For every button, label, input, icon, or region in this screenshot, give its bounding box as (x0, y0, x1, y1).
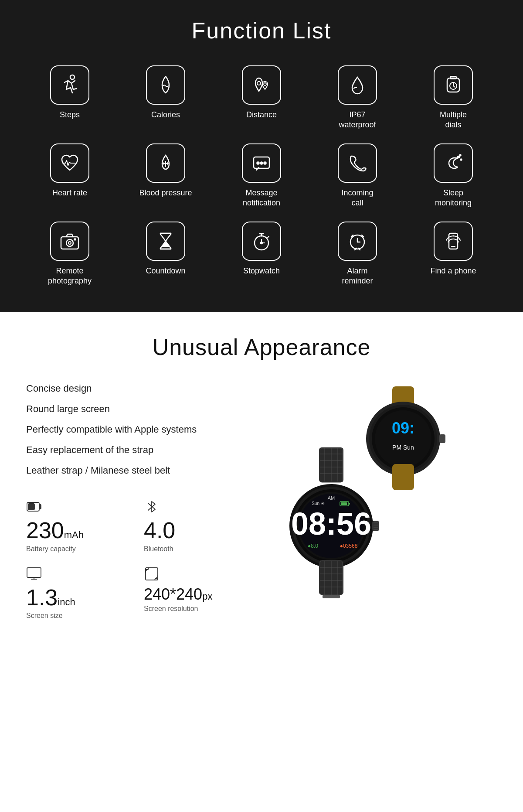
watch-images: 09: PM Sun (270, 378, 497, 639)
feature-item-3: Perfectly compatible with Apple systems (26, 423, 270, 437)
findphone-label: Find a phone (430, 266, 476, 276)
function-item-dials: Multipledials (410, 65, 497, 130)
svg-rect-95 (323, 595, 340, 598)
resolution-icon (144, 566, 160, 582)
heart-icon (58, 152, 81, 174)
countdown-icon-box (146, 222, 185, 261)
sleep-icon-box (434, 143, 473, 183)
camera-label: Remotephotography (48, 266, 92, 287)
waterproof-label: IP67waterproof (339, 110, 376, 130)
function-item-heart: Heart rate (26, 143, 113, 208)
alarm-label: Alarmreminder (342, 266, 373, 287)
feature-item-1: Concise design (26, 382, 270, 396)
svg-point-14 (261, 162, 263, 164)
svg-line-31 (268, 236, 269, 238)
feature-item-5: Leather strap / Milanese steel belt (26, 464, 270, 478)
stopwatch-icon (250, 230, 273, 252)
svg-point-1 (257, 82, 261, 85)
specs-grid: 230mAh Battery capacity 4.0 Bluetooth (26, 499, 235, 619)
svg-text:PM Sun: PM Sun (392, 444, 414, 451)
distance-icon (250, 74, 273, 96)
svg-point-13 (257, 162, 259, 164)
function-item-steps: Steps (26, 65, 113, 130)
function-item-alarm: Alarmreminder (314, 222, 401, 287)
function-item-stopwatch: Stopwatch (218, 222, 305, 287)
appearance-content: Concise design Round large screen Perfec… (26, 378, 497, 639)
calories-icon-box (146, 65, 185, 105)
camera-icon-box (50, 222, 89, 261)
appearance-text-column: Concise design Round large screen Perfec… (26, 378, 270, 619)
svg-rect-45 (27, 568, 41, 577)
heart-icon-box (50, 143, 89, 183)
svg-rect-76 (349, 503, 350, 505)
message-icon (250, 152, 273, 174)
camera-icon (58, 230, 81, 252)
message-icon-box (242, 143, 281, 183)
resolution-value: 240*240px (144, 585, 235, 604)
svg-point-0 (70, 75, 75, 79)
function-item-findphone: Find a phone (410, 222, 497, 287)
dials-icon-box (434, 65, 473, 105)
appearance-title: Unusual Appearance (26, 334, 497, 360)
function-section: Function List Steps Calories (0, 0, 523, 312)
svg-rect-58 (392, 464, 414, 490)
svg-point-16 (458, 156, 459, 158)
call-icon (346, 152, 369, 174)
countdown-icon (154, 230, 177, 252)
svg-point-21 (68, 242, 71, 244)
function-item-distance: Distance (218, 65, 305, 130)
blood-icon (154, 152, 177, 174)
message-label: Messagenotification (243, 188, 280, 208)
battery-value: 230mAh (26, 518, 118, 543)
calories-icon (154, 74, 177, 96)
findphone-icon-box (434, 222, 473, 261)
function-item-message: Messagenotification (218, 143, 305, 208)
svg-text:●03568: ●03568 (340, 543, 358, 549)
function-item-waterproof: IP67waterproof (314, 65, 401, 130)
svg-text:Sun ☀: Sun ☀ (312, 501, 325, 506)
svg-rect-77 (341, 502, 347, 505)
distance-label: Distance (246, 110, 277, 120)
svg-text:08:56: 08:56 (291, 506, 371, 541)
waterproof-icon-box (338, 65, 377, 105)
steps-icon-box (50, 65, 89, 105)
alarm-icon-box (338, 222, 377, 261)
call-icon-box (338, 143, 377, 183)
monitor-icon (26, 566, 42, 582)
blood-label: Blood pressure (139, 188, 192, 198)
svg-point-30 (261, 242, 262, 244)
svg-text:09:: 09: (392, 419, 414, 437)
heart-label: Heart rate (52, 188, 87, 198)
svg-point-18 (460, 154, 461, 156)
screen-sub: Screen size (26, 612, 118, 620)
svg-point-2 (264, 83, 266, 85)
battery-spec: 230mAh Battery capacity (26, 499, 118, 553)
svg-rect-57 (439, 434, 445, 443)
screen-spec: 1.3inch Screen size (26, 566, 118, 620)
appearance-section: Unusual Appearance Concise design Round … (0, 312, 523, 665)
resolution-spec: 240*240px Screen resolution (144, 566, 235, 620)
feature-item-4: Easy replacement of the strap (26, 444, 270, 457)
svg-rect-43 (39, 505, 41, 509)
function-item-countdown: Countdown (122, 222, 209, 287)
battery-icon (26, 499, 42, 515)
distance-icon-box (242, 65, 281, 105)
function-item-call: Incomingcall (314, 143, 401, 208)
calories-label: Calories (151, 110, 180, 120)
bluetooth-icon (144, 499, 160, 515)
dials-label: Multipledials (440, 110, 467, 130)
function-item-blood: Blood pressure (122, 143, 209, 208)
svg-text:●8.0: ●8.0 (308, 543, 318, 549)
feature-item-2: Round large screen (26, 403, 270, 416)
bluetooth-sub: Bluetooth (144, 545, 235, 553)
watch-display: 09: PM Sun (270, 378, 497, 639)
stopwatch-label: Stopwatch (243, 266, 280, 276)
sleep-label: Sleepmonitoring (435, 188, 472, 208)
battery-sub: Battery capacity (26, 545, 118, 553)
countdown-label: Countdown (146, 266, 185, 276)
svg-rect-44 (28, 504, 34, 510)
svg-line-7 (453, 86, 455, 87)
svg-point-17 (461, 159, 462, 160)
dials-icon (442, 74, 465, 96)
function-item-calories: Calories (122, 65, 209, 130)
